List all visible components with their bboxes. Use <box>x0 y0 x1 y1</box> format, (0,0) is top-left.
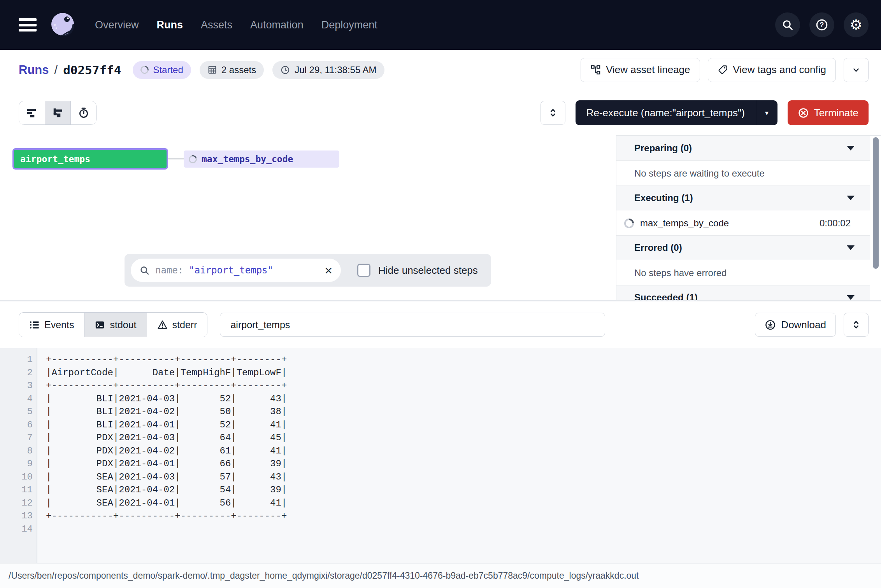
filter-field-prefix: name: <box>155 265 183 276</box>
section-header-succeeded[interactable]: Succeeded (1) <box>616 285 870 300</box>
log-line-number: 4 <box>0 394 33 404</box>
logs-toolbar: Events stdout stderr Download <box>0 300 881 348</box>
waterfall-gantt-view-icon[interactable] <box>45 101 70 124</box>
expand-vertical-icon <box>548 107 558 118</box>
log-line-number: 2 <box>0 368 33 378</box>
log-line: 14 <box>0 523 881 536</box>
flat-gantt-view-icon[interactable] <box>19 101 45 124</box>
timestamp-badge: Jul 29, 11:38:55 AM <box>272 61 384 79</box>
reexecute-dropdown-caret[interactable]: ▼ <box>756 100 777 125</box>
step-node-airport-temps[interactable]: airport_temps <box>12 148 168 170</box>
nav-links: Overview Runs Assets Automation Deployme… <box>95 19 377 31</box>
grid-icon <box>207 65 217 75</box>
log-line-number: 10 <box>0 472 33 482</box>
log-step-filter-input[interactable] <box>220 313 605 337</box>
download-icon <box>765 319 776 331</box>
log-line-number: 11 <box>0 485 33 495</box>
step-filter-bar: name:"airport_temps" × Hide unselected s… <box>125 254 491 287</box>
reexecute-button[interactable]: Re-execute (name:"airport_temps") <box>576 100 756 125</box>
section-header-errored[interactable]: Errored (0) <box>616 235 870 260</box>
dagster-logo[interactable] <box>47 9 79 41</box>
view-mode-segmented-control <box>19 101 97 125</box>
panel-scrollbar[interactable] <box>873 137 879 269</box>
section-header-executing[interactable]: Executing (1) <box>616 186 870 210</box>
log-line-text: +-----------+----------+---------+------… <box>46 380 287 391</box>
log-line-text: | SEA|2021-04-01| 56| 41| <box>46 498 287 508</box>
log-line-number: 1 <box>0 354 33 365</box>
log-line: 10| SEA|2021-04-03| 57| 43| <box>0 471 881 484</box>
log-line-number: 9 <box>0 458 33 469</box>
help-icon[interactable]: ? <box>809 12 834 37</box>
nav-item-overview[interactable]: Overview <box>95 19 139 31</box>
run-id: d0257ff4 <box>63 63 121 77</box>
status-spinner-icon <box>139 64 150 75</box>
log-line-number: 3 <box>0 380 33 391</box>
zoom-fit-control-button[interactable] <box>541 101 565 125</box>
svg-text:?: ? <box>820 21 824 29</box>
nav-item-automation[interactable]: Automation <box>250 19 304 31</box>
assets-badge: 2 assets <box>200 61 264 79</box>
caret-down-icon: ▼ <box>764 110 770 116</box>
tab-stdout[interactable]: stdout <box>84 313 146 337</box>
collapse-triangle-icon <box>847 146 855 150</box>
nav-item-runs[interactable]: Runs <box>157 19 183 31</box>
nav-item-deployment[interactable]: Deployment <box>321 19 377 31</box>
more-run-actions-button[interactable] <box>844 58 869 82</box>
terminate-button[interactable]: Terminate <box>788 100 869 125</box>
log-line: 9| PDX|2021-04-01| 66| 39| <box>0 457 881 471</box>
view-tags-and-config-button[interactable]: View tags and config <box>708 58 836 82</box>
settings-gear-icon[interactable]: ⚙ <box>844 12 869 37</box>
expand-logs-button[interactable] <box>844 313 869 337</box>
tab-events[interactable]: Events <box>19 313 84 337</box>
status-badge: Started <box>133 61 191 79</box>
step-node-max-temps-by-code[interactable]: max_temps_by_code <box>184 150 339 168</box>
log-line: 4| BLI|2021-04-03| 52| 43| <box>0 392 881 406</box>
log-tabs: Events stdout stderr <box>19 312 207 337</box>
executing-step-row[interactable]: max_temps_by_code 0:00:02 <box>616 211 870 236</box>
log-line: 8| PDX|2021-04-02| 61| 41| <box>0 444 881 458</box>
log-lines: 1+-----------+----------+---------+-----… <box>0 353 881 536</box>
gantt-graph-canvas: airport_temps max_temps_by_code name:"ai… <box>0 135 616 300</box>
log-line-number: 13 <box>0 511 33 521</box>
terminal-icon <box>95 320 105 330</box>
step-filter-input[interactable]: name:"airport_temps" × <box>131 259 341 282</box>
chevron-down-icon <box>851 65 861 75</box>
cancel-circle-icon <box>798 107 809 119</box>
hide-unselected-steps-checkbox[interactable] <box>357 264 370 277</box>
run-steps-panel: Preparing (0) No steps are waiting to ex… <box>616 135 881 300</box>
tab-stderr[interactable]: stderr <box>147 313 207 337</box>
log-line-text: | SEA|2021-04-02| 54| 39| <box>46 485 287 495</box>
log-line-text: +-----------+----------+---------+------… <box>46 354 287 365</box>
log-line-text: | BLI|2021-04-02| 50| 38| <box>46 406 287 417</box>
log-line: 12| SEA|2021-04-01| 56| 41| <box>0 497 881 510</box>
search-icon <box>139 265 150 276</box>
view-asset-lineage-button[interactable]: View asset lineage <box>581 58 700 82</box>
nav-item-assets[interactable]: Assets <box>201 19 232 31</box>
expand-vertical-icon <box>851 319 862 330</box>
errored-empty-text: No steps have errored <box>616 261 870 285</box>
log-line-number: 5 <box>0 406 33 417</box>
hide-unselected-steps-label: Hide unselected steps <box>378 264 478 276</box>
graph-edge <box>168 158 184 159</box>
section-header-preparing[interactable]: Preparing (0) <box>616 136 870 161</box>
log-line: 3+-----------+----------+---------+-----… <box>0 379 881 392</box>
hamburger-menu-icon[interactable] <box>19 18 37 32</box>
download-button[interactable]: Download <box>755 313 836 337</box>
timer-view-icon[interactable] <box>70 101 96 124</box>
clear-filter-icon[interactable]: × <box>325 264 332 277</box>
filter-field-value: "airport_temps" <box>189 265 273 276</box>
log-line: 13+-----------+----------+---------+----… <box>0 509 881 523</box>
top-navbar: Overview Runs Assets Automation Deployme… <box>0 0 881 50</box>
run-toolbar: Re-execute (name:"airport_temps") ▼ Term… <box>0 90 881 135</box>
breadcrumb-runs-link[interactable]: Runs <box>19 63 49 77</box>
breadcrumb-separator: / <box>54 63 58 77</box>
search-icon[interactable] <box>775 12 800 37</box>
app-window: Overview Runs Assets Automation Deployme… <box>0 0 881 588</box>
log-line-text: | SEA|2021-04-03| 57| 43| <box>46 472 287 482</box>
log-file-path-footer: /Users/ben/repos/components_demo/spark-d… <box>0 563 881 588</box>
log-line: 1+-----------+----------+---------+-----… <box>0 353 881 366</box>
step-spinner-icon <box>622 216 636 230</box>
step-elapsed-time: 0:00:02 <box>820 218 851 229</box>
collapse-triangle-icon <box>847 295 855 300</box>
executing-spinner-icon <box>187 154 198 165</box>
